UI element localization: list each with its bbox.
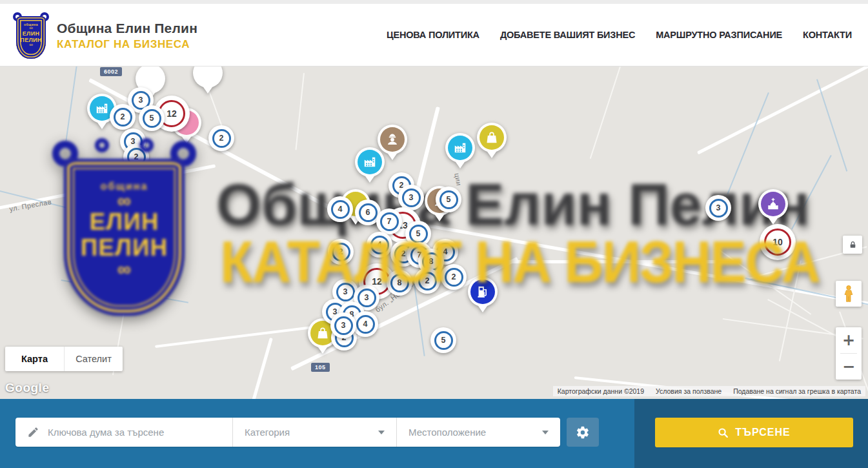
- map-type-control: Карта Сателит: [5, 347, 123, 371]
- brand-text: Община Елин Пелин КАТАЛОГ НА БИЗНЕСА: [57, 21, 197, 51]
- search-button-label: ТЪРСЕНЕ: [735, 427, 790, 438]
- cluster-count: 6: [359, 203, 378, 222]
- cluster-marker[interactable]: 2: [328, 239, 354, 265]
- map-type-satellite-button[interactable]: Сателит: [64, 347, 123, 371]
- padlock-icon: [849, 241, 857, 249]
- chevron-down-icon: [378, 431, 385, 438]
- search-button[interactable]: ТЪРСЕНЕ: [655, 418, 853, 447]
- category-pin-plain[interactable]: [193, 66, 223, 96]
- cluster-marker[interactable]: 2: [441, 264, 467, 290]
- search-input[interactable]: [48, 427, 232, 438]
- page: община ∞ ЕЛИН ПЕЛИН ∞ Община Елин Пелин …: [0, 0, 868, 468]
- cluster-count: 2: [445, 268, 463, 287]
- cluster-marker[interactable]: 10: [760, 224, 796, 260]
- location-select[interactable]: Местоположение: [397, 418, 560, 447]
- nav-item-add-business[interactable]: ДОБАВЕТЕ ВАШИЯТ БИЗНЕС: [500, 30, 635, 40]
- pin-head: [468, 277, 498, 307]
- cluster-marker[interactable]: 7: [376, 209, 402, 234]
- cluster-count: 10: [764, 229, 791, 256]
- category-pin-factory[interactable]: [445, 133, 475, 170]
- site-title: Община Елин Пелин: [57, 21, 197, 36]
- header: община ∞ ЕЛИН ПЕЛИН ∞ Община Елин Пелин …: [0, 0, 868, 66]
- zoom-control: + −: [836, 327, 862, 380]
- pegman-icon: [840, 285, 857, 303]
- nav-item-pricing[interactable]: ЦЕНОВА ПОЛИТИКА: [387, 30, 479, 40]
- category-select-label: Категория: [245, 427, 290, 438]
- cluster-marker[interactable]: 2: [110, 104, 136, 130]
- site-subtitle: КАТАЛОГ НА БИЗНЕСА: [57, 38, 197, 51]
- brand[interactable]: община ∞ ЕЛИН ПЕЛИН ∞ Община Елин Пелин …: [14, 12, 197, 59]
- search-bar: Категория Местоположение ТЪРСЕНЕ: [0, 399, 868, 468]
- cluster-marker[interactable]: 4: [327, 196, 353, 222]
- pegman-streetview-button[interactable]: [836, 281, 862, 307]
- gear-icon: [576, 425, 590, 440]
- cluster-count: 4: [370, 236, 389, 254]
- cluster-marker[interactable]: 3: [705, 195, 731, 221]
- cluster-count: 5: [143, 109, 161, 128]
- pin-disc: [196, 66, 220, 85]
- cluster-count: 2: [332, 243, 350, 261]
- pin-disc: [761, 192, 785, 216]
- pin-head: [477, 123, 507, 152]
- factory-icon: [95, 101, 109, 116]
- main-nav: ЦЕНОВА ПОЛИТИКА ДОБАВЕТЕ ВАШИЯТ БИЗНЕС М…: [387, 4, 852, 66]
- fuel-pump-icon: [476, 285, 490, 299]
- cluster-count: 2: [212, 129, 231, 148]
- cluster-count: 4: [331, 200, 350, 219]
- cluster-marker[interactable]: 3: [398, 185, 424, 210]
- cluster-marker[interactable]: 2: [123, 144, 149, 170]
- pin-head: [193, 66, 223, 88]
- zoom-in-button[interactable]: +: [836, 327, 862, 353]
- cluster-count: 4: [356, 315, 375, 334]
- cluster-marker[interactable]: 4: [367, 232, 392, 258]
- cluster-count: 3: [709, 199, 728, 218]
- cluster-marker[interactable]: 3: [330, 312, 356, 338]
- category-pin-factory[interactable]: [355, 147, 385, 185]
- pin-head: [355, 147, 385, 177]
- category-select[interactable]: Категория: [233, 418, 396, 447]
- keyword-field: [15, 418, 232, 447]
- map-attribution: Картографски данни ©2019 Условия за полз…: [553, 386, 865, 396]
- crest-ornament-icon: ∞: [29, 43, 33, 47]
- cluster-count: 5: [409, 225, 428, 243]
- cluster-marker[interactable]: 5: [436, 187, 461, 212]
- location-select-label: Местоположение: [409, 427, 486, 438]
- search-fields: Категория Местоположение: [15, 418, 560, 447]
- cluster-marker[interactable]: 4: [352, 311, 378, 337]
- shopping-bag-icon: [316, 326, 330, 340]
- pin-disc: [479, 125, 504, 150]
- factory-icon: [363, 155, 377, 169]
- zoom-out-button[interactable]: −: [836, 354, 862, 380]
- cluster-count: 8: [390, 274, 409, 292]
- attribution-terms-link[interactable]: Условия за ползване: [656, 387, 722, 395]
- advanced-search-button[interactable]: [567, 418, 599, 447]
- pin-disc: [358, 150, 382, 174]
- cluster-count: 3: [334, 316, 353, 335]
- cluster-marker[interactable]: 2: [414, 268, 440, 294]
- search-icon: [718, 427, 729, 438]
- attribution-map-data: Картографски данни ©2019: [558, 387, 644, 395]
- cluster-marker[interactable]: 2: [208, 125, 234, 151]
- pin-head: [445, 133, 475, 163]
- factory-icon: [453, 141, 467, 155]
- cluster-count: 3: [402, 188, 421, 207]
- category-pin-fuel[interactable]: [468, 277, 498, 314]
- lock-button[interactable]: [843, 236, 862, 254]
- category-pin-church[interactable]: [758, 189, 788, 227]
- cluster-marker[interactable]: 5: [139, 105, 165, 131]
- attribution-report-error-link[interactable]: Подаване на сигнал за грешка в картата: [733, 387, 861, 395]
- markers-layer: 325122322354671354227841282233383425310: [0, 66, 868, 399]
- nav-item-contacts[interactable]: КОНТАКТИ: [803, 30, 852, 40]
- cluster-count: 5: [434, 331, 453, 350]
- nav-item-route-schedule[interactable]: МАРШРУТНО РАЗПИСАНИЕ: [656, 30, 782, 40]
- google-logo[interactable]: Google: [5, 381, 49, 395]
- category-pin-bag[interactable]: [477, 123, 507, 160]
- cluster-count: 3: [336, 283, 355, 301]
- cluster-marker[interactable]: 8: [387, 270, 412, 296]
- cluster-marker[interactable]: 5: [430, 327, 456, 353]
- map-canvas[interactable]: ул. Преславбул. „Новоселции6002105 Общин…: [0, 66, 868, 399]
- worker-icon: [385, 132, 399, 147]
- map-type-map-button[interactable]: Карта: [5, 347, 64, 371]
- crest-shield: община ∞ ЕЛИН ПЕЛИН ∞: [16, 16, 46, 59]
- pencil-icon: [27, 426, 39, 438]
